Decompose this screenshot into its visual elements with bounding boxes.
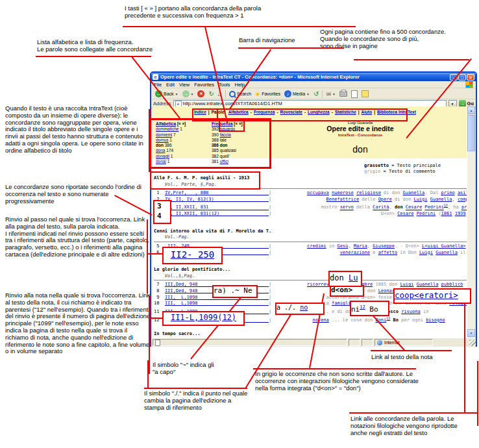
menu-help[interactable]: Help [235, 82, 245, 88]
scrollbar-thumb[interactable] [467, 115, 475, 151]
context-word-link[interactable]: Pedrini [417, 211, 436, 216]
media-button[interactable]: ♪Media▼ [282, 90, 312, 99]
context-word-link[interactable]: pubblicò [441, 282, 463, 287]
context-word-link[interactable]: affetto [378, 250, 398, 255]
forward-button[interactable]: →▼ [180, 90, 196, 99]
context-text: 1885 don [373, 282, 400, 287]
menu-bar: FileEditViewFavoritesToolsHelp [151, 81, 476, 88]
context-text: di don [381, 190, 403, 195]
refresh-icon: ↻ [208, 90, 214, 97]
context-word-link[interactable]: Maria [354, 243, 367, 249]
highlight-freq-arrows [219, 120, 245, 132]
row-number: 9 [154, 295, 159, 300]
discuss-note-icon [362, 90, 369, 97]
context-word-link[interactable]: servo [340, 205, 354, 210]
line-coop-down [464, 301, 465, 413]
callout-ref-row12[interactable]: II1-L,1099(12) [162, 311, 245, 326]
row-number: 11 [154, 309, 159, 314]
resize-grip[interactable] [469, 340, 476, 346]
context-word-link[interactable]: Cesare [397, 211, 413, 216]
callout-ref6-link[interactable]: II2- 250 [171, 249, 214, 260]
context-word-link[interactable]: occupava [307, 190, 329, 195]
print-button[interactable] [338, 90, 349, 99]
context-word-link[interactable]: Guanella [430, 197, 452, 202]
context-text: , [367, 243, 373, 249]
history-button[interactable]: ↺ [312, 90, 321, 99]
mail-button[interactable]: ✉▼ [324, 90, 338, 99]
context-word-link[interactable]: credimi [307, 243, 326, 249]
maximize-button[interactable]: □ [458, 74, 466, 81]
passage-ref-link[interactable]: IV,Pref, , 808 [165, 190, 269, 195]
concordance-row: 1 IV,Pref, , 808 | occupava numerose rel… [154, 190, 468, 197]
forward-dropdown-icon[interactable]: ▼ [191, 92, 194, 96]
row-number: 7 [154, 282, 159, 287]
go-label: Go [467, 101, 474, 106]
scroll-down-icon[interactable]: ▼ [467, 329, 475, 337]
context-text: ... le cose don [329, 317, 376, 323]
passage-ref-link[interactable]: IV, II, IV, 812(3) [165, 197, 269, 202]
context-word-link[interactable]: numerose [332, 190, 354, 195]
passage-ref-link[interactable]: IV, II,XXII, 831(12) [165, 211, 269, 216]
context-text: di don [392, 197, 414, 202]
passage-ref-link[interactable]: III, L,1098 [165, 301, 269, 306]
callout-tilde-text: ra) .~ Ne [214, 286, 252, 295]
section-title: Le glorie del pontificato... [154, 267, 468, 273]
back-dropdown-icon[interactable]: ▼ [175, 92, 178, 96]
current-word: don [250, 144, 469, 155]
context-word-link[interactable]: venerazione [340, 250, 370, 255]
annotation-collection: Quando il testo è una raccolta IntraText… [5, 105, 151, 155]
callout-don-l: don Lu [328, 271, 362, 287]
callout-coop[interactable]: coop<eratori> [393, 288, 471, 304]
callout-nota-sup-link[interactable]: 12 [360, 305, 365, 310]
stop-button[interactable]: ✕ [195, 90, 206, 99]
context-word-link[interactable]: 1861 [441, 211, 452, 216]
stop-icon: ✕ [197, 90, 204, 97]
context-word-link[interactable]: bisogno [426, 317, 445, 323]
context-word-link[interactable]: Giuseppe [373, 243, 395, 249]
menu-tools[interactable]: Tools [219, 82, 230, 88]
callout-donl-link[interactable]: Lu [349, 273, 358, 282]
context-word-link[interactable]: Guanella [417, 282, 439, 287]
edit-button[interactable] [349, 90, 360, 99]
context-text: e [370, 250, 378, 255]
context-word-link[interactable]: Gesù [337, 243, 348, 249]
callout-ref12-link[interactable]: II1-L,1099(12) [171, 313, 236, 322]
context-word-link[interactable]: religiose [356, 190, 381, 195]
favorites-button[interactable]: ★Favorites [253, 90, 282, 99]
passage-ref-link[interactable]: IV, II,XXII, 831 [165, 205, 269, 210]
discuss-button[interactable] [360, 90, 371, 99]
callout-ref-row6[interactable]: II2- 250 [162, 247, 223, 264]
context-word-link[interactable]: Opere [378, 197, 392, 202]
context-word-link[interactable]: L<uigi Guanella> [422, 243, 465, 249]
title-bar[interactable]: Opere edite e inedite - IntraText CT - C… [151, 73, 476, 81]
menu-favorites[interactable]: Favorites [194, 82, 214, 88]
context-word-link[interactable]: Luigi [400, 282, 413, 287]
context-word-link[interactable]: Luigi [419, 250, 433, 255]
context-word-link[interactable]: Benefattrice [326, 197, 360, 202]
context-word-link[interactable]: Luigi [413, 197, 427, 202]
scroll-up-icon[interactable]: ▲ [467, 106, 475, 114]
row-pipe: | [269, 309, 274, 314]
close-button[interactable]: ✕ [467, 74, 474, 81]
mail-dropdown-icon[interactable]: ▼ [332, 92, 336, 96]
media-dropdown-icon[interactable]: ▼ [306, 92, 310, 96]
context-word-link[interactable]: novena [312, 317, 328, 323]
menu-view[interactable]: View [179, 82, 190, 88]
context-text: la [323, 301, 332, 306]
context-word-link[interactable]: Guanella [436, 250, 458, 255]
context-word-link[interactable]: Cesare [406, 205, 422, 210]
callout-coop-link[interactable]: coop<eratori> [395, 290, 458, 300]
refresh-button[interactable]: ↻ [206, 90, 215, 99]
row-pipe: | [269, 250, 274, 255]
callout-dotslash-link[interactable]: no [300, 304, 308, 311]
row-pipe: | [269, 301, 274, 306]
context-word-link[interactable]: 1939 [455, 211, 466, 216]
menu-edit[interactable]: Edit [166, 82, 175, 88]
section-divider [154, 280, 468, 280]
status-left-cell [153, 339, 347, 346]
context-word-link[interactable]: Pedrini [424, 205, 444, 210]
context-word-link[interactable]: primo [441, 190, 455, 195]
context-word-link[interactable]: Carità [373, 205, 389, 210]
context-word-link[interactable]: Guanella [403, 190, 425, 195]
context-word-link[interactable]: risuona [401, 309, 421, 314]
